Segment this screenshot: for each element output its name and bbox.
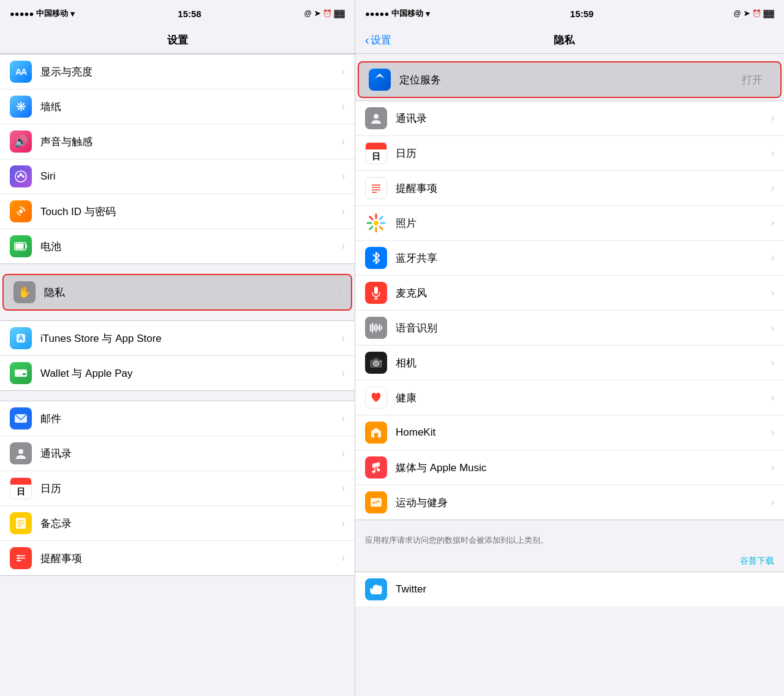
right-row-bluetooth[interactable]: 蓝牙共享 › <box>355 241 784 276</box>
svg-point-24 <box>18 560 20 562</box>
right-microphone-chevron: › <box>771 287 774 298</box>
svg-rect-40 <box>381 326 382 330</box>
left-row-privacy[interactable]: ✋ 隐私 › <box>2 274 352 311</box>
right-reminders-icon <box>365 177 387 199</box>
left-row-wallet[interactable]: Wallet 与 Apple Pay › <box>0 356 355 390</box>
reminders-label: 提醒事项 <box>40 551 342 566</box>
right-row-speech[interactable]: 语音识别 › <box>355 311 784 346</box>
right-speech-icon <box>365 317 387 339</box>
right-row-motion[interactable]: 运动与健身 › <box>355 485 784 520</box>
left-status-right: @ ➤ ⏰ ▓▓ <box>304 9 345 18</box>
right-location-icon: @ <box>734 9 741 18</box>
right-wifi-icon: ▾ <box>426 9 430 18</box>
right-reminders-label: 提醒事项 <box>396 181 771 195</box>
right-speech-label: 语音识别 <box>396 321 771 335</box>
right-status-right: @ ➤ ⏰ ▓▓ <box>734 9 774 18</box>
left-row-notes[interactable]: 备忘录 › <box>0 506 355 541</box>
right-row-photos[interactable]: 照片 › <box>355 206 784 241</box>
left-row-calendar[interactable]: 日 日历 › <box>0 471 355 506</box>
privacy-chevron: › <box>338 287 341 298</box>
notes-chevron: › <box>342 518 345 529</box>
right-music-chevron: › <box>771 462 774 473</box>
calendar-icon: 日 <box>10 477 32 499</box>
right-row-calendar[interactable]: 日 日历 › <box>355 136 784 171</box>
right-row-camera[interactable]: 相机 › <box>355 346 784 380</box>
svg-rect-38 <box>377 325 379 330</box>
svg-rect-11 <box>15 371 27 373</box>
wallet-label: Wallet 与 Apple Pay <box>40 366 342 380</box>
right-contacts-label: 通讯录 <box>396 112 771 126</box>
right-row-location[interactable]: 定位服务 打开 › <box>358 61 782 98</box>
right-health-label: 健康 <box>396 391 771 405</box>
right-row-contacts[interactable]: 通讯录 › <box>355 101 784 136</box>
left-row-display[interactable]: AA 显示与亮度 › <box>0 55 355 89</box>
notes-icon <box>10 512 32 534</box>
mail-chevron: › <box>342 413 345 424</box>
touchid-icon <box>10 200 32 222</box>
svg-point-51 <box>377 469 380 472</box>
back-chevron-icon: ‹ <box>365 33 369 47</box>
right-nav-bar: ‹ 设置 隐私 <box>355 27 784 54</box>
siri-chevron: › <box>342 171 345 182</box>
left-row-contacts[interactable]: 通讯录 › <box>0 436 355 471</box>
left-nav-title: 设置 <box>167 33 188 47</box>
twitter-icon <box>365 578 387 600</box>
right-motion-label: 运动与健身 <box>396 496 771 510</box>
svg-point-47 <box>377 433 379 434</box>
svg-rect-12 <box>23 373 26 375</box>
svg-rect-37 <box>375 323 377 332</box>
back-button[interactable]: ‹ 设置 <box>365 33 391 47</box>
footer-note-text: 应用程序请求访问您的数据时会被添加到以上类别。 <box>365 535 548 545</box>
right-row-health[interactable]: 健康 › <box>355 380 784 415</box>
svg-point-45 <box>380 361 381 362</box>
right-row-microphone[interactable]: 麦克风 › <box>355 276 784 311</box>
left-battery-icon: ▓▓ <box>334 9 345 18</box>
siri-icon <box>10 165 32 187</box>
battery-icon <box>10 235 32 257</box>
svg-rect-31 <box>374 287 378 294</box>
left-row-siri[interactable]: Siri › <box>0 159 355 194</box>
wallpaper-chevron: › <box>342 101 345 112</box>
location-value: 打开 <box>742 73 763 87</box>
right-location-section: 定位服务 打开 › <box>355 54 784 98</box>
right-health-icon <box>365 387 387 409</box>
right-contacts-chevron: › <box>771 113 774 124</box>
right-calendar-label: 日历 <box>396 146 771 161</box>
right-row-music[interactable]: 媒体与 Apple Music › <box>355 450 784 485</box>
right-camera-label: 相机 <box>396 356 771 370</box>
right-camera-icon <box>365 352 387 374</box>
mail-icon <box>10 407 32 429</box>
left-row-mail[interactable]: 邮件 › <box>0 401 355 436</box>
sound-icon: 🔊 <box>10 130 32 153</box>
svg-point-25 <box>374 114 379 119</box>
left-panel: ●●●●● 中国移动 ▾ 15:58 @ ➤ ⏰ ▓▓ 设置 AA 显示与亮度 … <box>0 0 355 696</box>
left-group-2: A iTunes Store 与 App Store › Wallet 与 Ap… <box>0 320 355 391</box>
back-label: 设置 <box>371 33 391 47</box>
left-row-itunes[interactable]: A iTunes Store 与 App Store › <box>0 321 355 356</box>
display-label: 显示与亮度 <box>40 65 342 79</box>
twitter-row-partial[interactable]: Twitter <box>355 572 784 607</box>
right-row-homekit[interactable]: HomeKit › <box>355 415 784 450</box>
privacy-label: 隐私 <box>44 286 338 300</box>
right-row-reminders[interactable]: 提醒事项 › <box>355 171 784 206</box>
right-microphone-label: 麦克风 <box>396 286 771 300</box>
left-row-sound[interactable]: 🔊 声音与触感 › <box>0 124 355 159</box>
sound-label: 声音与触感 <box>40 135 342 149</box>
svg-rect-39 <box>379 324 380 331</box>
left-row-wallpaper[interactable]: ❋ 墙纸 › <box>0 89 355 124</box>
left-group-1: AA 显示与亮度 › ❋ 墙纸 › 🔊 声音与触感 › <box>0 54 355 264</box>
right-signal: ●●●●● <box>365 9 389 18</box>
right-bluetooth-chevron: › <box>771 252 774 263</box>
svg-point-14 <box>18 449 23 454</box>
right-calendar-icon: 日 <box>365 142 387 164</box>
right-privacy-list: 定位服务 打开 › 通讯录 › <box>355 54 784 696</box>
right-homekit-label: HomeKit <box>396 426 771 439</box>
right-nav-title: 隐私 <box>391 33 737 47</box>
right-time: 15:59 <box>570 9 594 19</box>
right-group-main: 通讯录 › 日 日历 › <box>355 100 784 520</box>
right-music-icon <box>365 456 387 478</box>
left-row-touchid[interactable]: Touch ID 与密码 › <box>0 194 355 229</box>
left-row-reminders[interactable]: 提醒事项 › <box>0 541 355 575</box>
wallet-icon <box>10 362 32 384</box>
left-row-battery[interactable]: 电池 › <box>0 229 355 263</box>
